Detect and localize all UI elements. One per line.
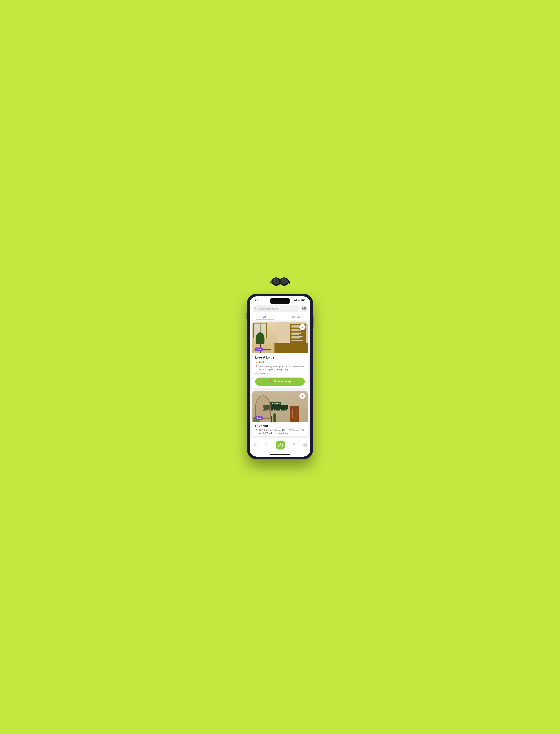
card-title-1: Live A Little xyxy=(255,355,305,359)
svg-point-1 xyxy=(272,278,280,284)
phone-frame: 9:41 xyxy=(247,294,313,459)
status-icons xyxy=(293,299,306,301)
tabs: All Favorites xyxy=(250,312,310,320)
grid-icon xyxy=(303,443,307,447)
location-card-2[interactable]: RIVARNO xyxy=(252,391,308,436)
open-badge-1: Open xyxy=(254,347,263,351)
tab-favorites[interactable]: Favorites xyxy=(280,314,310,320)
tab-all[interactable]: All xyxy=(250,314,280,320)
home-indicator xyxy=(250,453,310,457)
star-icon-1: ★ xyxy=(255,361,257,364)
svg-rect-29 xyxy=(305,443,307,445)
nav-item-search[interactable] xyxy=(264,443,269,447)
view-map-label-1: View on map xyxy=(274,380,291,383)
search-section: Search locations xyxy=(250,303,310,312)
heart-icon-2: ♥ xyxy=(302,395,303,398)
svg-point-27 xyxy=(293,444,294,445)
favorite-button-2[interactable]: ♥ xyxy=(299,393,306,399)
svg-rect-30 xyxy=(303,446,304,447)
svg-rect-28 xyxy=(303,443,304,445)
cards-container: Open ♥ Live A Little ★ 5.0/5 xyxy=(250,320,310,438)
search-placeholder: Search locations xyxy=(259,307,278,310)
status-bar: 9:41 xyxy=(250,296,310,303)
search-bar[interactable]: Search locations xyxy=(252,305,299,312)
svg-line-15 xyxy=(257,309,258,309)
svg-line-24 xyxy=(267,446,268,447)
search-nav-icon xyxy=(264,443,269,447)
map-nav-icon xyxy=(292,443,296,447)
svg-rect-9 xyxy=(295,300,296,301)
map-pin-btn-icon-1: 📍 xyxy=(269,380,273,383)
wifi-icon xyxy=(298,299,300,301)
card-address-1: 📍 G/F Kin Hing Building, 172 - 180 Queen… xyxy=(255,365,305,371)
dynamic-island xyxy=(270,298,290,304)
svg-point-19 xyxy=(303,307,304,308)
nav-item-profile[interactable] xyxy=(253,443,257,447)
pin-icon-2: 📍 xyxy=(255,429,258,432)
svg-rect-31 xyxy=(305,446,307,447)
phone-screen: 9:41 xyxy=(250,296,310,457)
card-address-2: 📍 G/F Kin Hing Building, 172 - 100 Queen… xyxy=(252,429,308,436)
home-bar xyxy=(270,454,290,455)
card-rating-1: ★ 5.0/5 xyxy=(255,361,305,364)
svg-point-22 xyxy=(255,444,256,445)
address-text-2: G/F Kin Hing Building, 172 - 100 Queen's… xyxy=(259,429,305,435)
battery-icon xyxy=(301,299,306,301)
svg-rect-10 xyxy=(296,299,297,301)
svg-rect-13 xyxy=(302,300,304,301)
svg-rect-8 xyxy=(294,300,295,301)
rating-text-1: 5.0/5 xyxy=(258,361,264,364)
status-time: 9:41 xyxy=(254,299,260,302)
camera-icon xyxy=(278,443,283,447)
cafe2-sign-text: RIVARNO xyxy=(270,402,281,405)
svg-rect-12 xyxy=(305,300,305,301)
filter-icon xyxy=(302,307,306,310)
address-text-1: G/F Kin Hing Building, 172 - 180 Queen's… xyxy=(259,365,305,371)
nav-item-map[interactable] xyxy=(292,443,296,447)
card-image-1: Open ♥ xyxy=(252,322,308,353)
card-title-2: Rivarno xyxy=(252,422,308,429)
person-icon xyxy=(253,443,257,447)
pin-icon-1: 📍 xyxy=(255,365,258,368)
svg-point-26 xyxy=(279,445,281,446)
svg-point-21 xyxy=(303,309,304,310)
heart-icon-1: ♥ xyxy=(302,325,303,329)
signal-icon xyxy=(293,299,297,301)
nav-item-grid[interactable] xyxy=(303,443,307,447)
location-card-1[interactable]: Open ♥ Live A Little ★ 5.0/5 xyxy=(252,322,308,388)
svg-point-20 xyxy=(304,308,305,309)
nav-item-camera[interactable] xyxy=(276,441,285,450)
view-map-button-1[interactable]: 📍 View on map xyxy=(255,378,305,386)
page-wrapper: 9:41 xyxy=(244,265,316,469)
hours-text-1: 08:00-18:00 xyxy=(259,373,271,375)
card-hours-1: 🕐 08:00-18:00 xyxy=(255,373,305,375)
filter-button[interactable] xyxy=(301,305,308,312)
open-badge-2: Open xyxy=(254,417,263,420)
search-icon xyxy=(255,307,258,310)
favorite-button-1[interactable]: ♥ xyxy=(299,324,306,330)
clock-icon-1: 🕐 xyxy=(255,373,258,375)
svg-rect-4 xyxy=(280,280,282,281)
svg-rect-7 xyxy=(293,301,294,301)
bottom-nav xyxy=(250,438,310,453)
app-logo xyxy=(270,275,290,288)
card-body-1: Live A Little ★ 5.0/5 📍 G/F Kin Hing Bui… xyxy=(252,353,308,388)
app-content: Search locations xyxy=(250,303,310,457)
card-image-2: RIVARNO xyxy=(252,391,308,422)
